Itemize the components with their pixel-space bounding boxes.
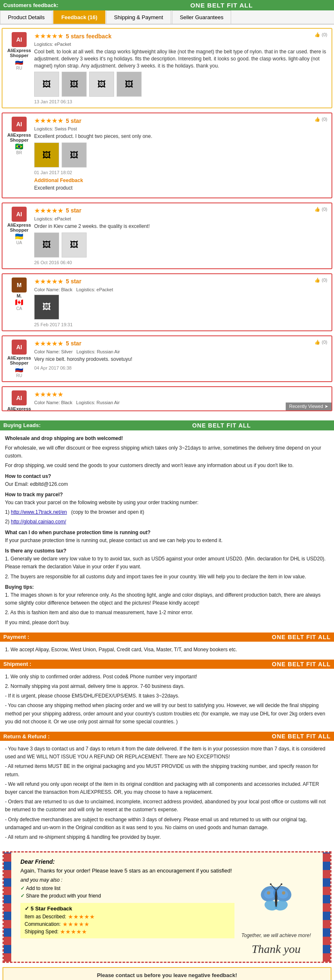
feedback-bar-label: Customers feedback:: [3, 2, 112, 8]
shipment-label: Shipment :: [3, 661, 31, 667]
tab-shipping[interactable]: Shipping & Payment: [106, 10, 171, 24]
shipment-header: Shipment : ONE BELT FIT ALL: [0, 660, 334, 669]
ty-checklist: Add to store list Share the product with…: [20, 885, 234, 899]
review-content-5: ★★★★★ 5 star Color Name: Silver Logistic…: [34, 340, 327, 370]
flag-3: 🇺🇦: [7, 232, 32, 240]
payment-header: Payment : ONE BELT FIT ALL: [0, 632, 334, 642]
avatar-4: M: [12, 278, 27, 292]
shipment-content: 1. We only ship to confirmed order addre…: [0, 669, 334, 732]
bl-track-header: How to track my parcel?: [5, 491, 329, 499]
bl-track-intro: You can track your parcel on the followi…: [5, 499, 329, 507]
shipment-line-1: 1. We only ship to confirmed order addre…: [5, 673, 329, 681]
bl-line-2: For wholesale, we will offer discount or…: [5, 444, 329, 460]
country-1: RU: [7, 66, 32, 70]
reviewer-name-3: AliExpressShopper: [7, 222, 32, 232]
review-card-1: AI AliExpressShopper 🇷🇺 RU ★★★★★ 5 stars…: [2, 28, 332, 108]
buying-leads-header: Buying Leads: ONE BELT FIT ALL: [0, 420, 334, 430]
ty-dear: Dear Friend:: [20, 858, 314, 865]
shipment-line-2: 2. Normally shipping via post airmail, d…: [5, 682, 329, 690]
ty-right: Together, we will achieve more! Thank yo…: [239, 877, 314, 956]
review-img-2b: 🖼: [62, 142, 87, 168]
thumbs-5[interactable]: 👍 (0): [314, 340, 327, 345]
flag-4: 🇨🇦: [7, 298, 32, 306]
tabs-bar: Product Details Feedback (16) Shipping &…: [0, 10, 334, 25]
stars-3: ★★★★★: [34, 207, 63, 215]
bottom-notice-text: Please contact us before you leave negat…: [97, 972, 237, 978]
ty-thankyou-text: Thank you: [239, 942, 314, 956]
review-text-3: Order in Kiev came 2 weeks. the quality …: [34, 223, 327, 230]
ty-highlight: ✓ 5 Star Feedback Item as Described: ★★★…: [20, 903, 234, 938]
flag-5: 🇷🇺: [7, 365, 32, 373]
bl-email: Our Email: edbltd@126.com: [5, 480, 329, 488]
thumbs-3[interactable]: 👍 (0): [314, 207, 327, 212]
country-4: CA: [7, 306, 32, 311]
review-images-1: 🖼 🖼 🖼 🖼: [34, 72, 327, 97]
thumbs-1[interactable]: 👍 (0): [314, 32, 327, 38]
review-text-5: Very nice belt. horoshy prodovets. sovet…: [34, 356, 327, 363]
avatar-6: AI: [12, 390, 27, 405]
bl-track-1: 1) http://www.17track.net/en (copy to th…: [5, 508, 329, 516]
review-img-1b: 🖼: [62, 72, 87, 97]
stars-6: ★★★★★: [34, 390, 63, 398]
ty-row: and you may also : Add to store list Sha…: [20, 877, 314, 956]
buying-leads-label: Buying Leads:: [3, 422, 112, 428]
review-content-4: ★★★★★ 5 star Color Name: Black Logistics…: [34, 278, 327, 327]
bl-track-2: 2) http://global.cainiao.com/: [5, 518, 329, 526]
return-line-4: - Orders that are returned to us due to …: [5, 798, 329, 814]
logistics-4: Color Name: Black Logistics: ePacket: [34, 287, 327, 292]
review-text-1: Cool belt. to look at all well. the clas…: [34, 48, 327, 69]
stars-1: ★★★★★: [34, 32, 63, 40]
review-text-2: Excellent product. I bought two pieces, …: [34, 133, 327, 140]
bottom-notice: Please contact us before you leave negat…: [2, 967, 332, 980]
review-img-3b: 🖼: [62, 232, 87, 258]
ty-together: Together, we will achieve more!: [239, 932, 314, 938]
ty-stars-3: ★★★★★: [60, 928, 87, 935]
star-label-2: 5 star: [66, 118, 81, 124]
review-images-3: 🖼 🖼: [34, 232, 327, 258]
reviewer-avatar-block-1: AI AliExpressShopper 🇷🇺 RU: [7, 32, 32, 70]
tab-product-details[interactable]: Product Details: [0, 10, 52, 24]
logistics-5: Color Name: Silver Logistics: Russian Ai…: [34, 349, 327, 354]
thank-you-card: Dear Friend: Again, Thanks for your orde…: [2, 851, 332, 963]
recently-viewed-button[interactable]: Recently Viewed ➤: [286, 402, 332, 410]
return-content: - You have 3 days to contact us and 7 da…: [0, 741, 334, 847]
butterfly-icon: [259, 881, 293, 919]
customers-feedback-bar: Customers feedback: ONE BELT FIT ALL: [0, 0, 334, 10]
thumbs-2[interactable]: 👍 (0): [314, 117, 327, 122]
review-img-2a: 🖼: [34, 142, 59, 168]
bl-customs-2: 2. The buyers are responsible for all cu…: [5, 573, 329, 581]
review-img-1a: 🖼: [34, 72, 59, 97]
reviewer-avatar-block-5: AI AliExpressShopper 🇷🇺 RU: [7, 340, 32, 378]
ty-thanks: Again, Thanks for your order! Please lea…: [20, 868, 314, 874]
thumbs-4[interactable]: 👍 (0): [314, 278, 327, 283]
stars-4: ★★★★★: [34, 278, 63, 285]
ty-checklist-2: Share the product with your friend: [20, 893, 234, 899]
tab-seller[interactable]: Seller Guarantees: [172, 10, 232, 24]
reviewer-name-2: AliExpressShopper: [7, 132, 32, 142]
stars-row-1: ★★★★★ 5 stars feedback: [34, 32, 327, 40]
bl-protection-text: If your purchase protection time is runn…: [5, 537, 329, 545]
track-link-1[interactable]: http://www.17track.net/en: [11, 509, 67, 515]
reviewer-avatar-block-3: AI AliExpressShopper 🇺🇦 UA: [7, 207, 32, 245]
track-link-2[interactable]: http://global.cainiao.com/: [11, 519, 66, 525]
stars-5: ★★★★★: [34, 340, 63, 348]
flag-2: 🇧🇷: [7, 142, 32, 150]
ty-highlight-label: ✓ 5 Star Feedback: [25, 905, 230, 912]
review-card-6: AI AliExpressShopper ★★★★★ Color Name: B…: [2, 386, 332, 411]
svg-point-6: [275, 890, 277, 907]
review-card-4: M M. 🇨🇦 CA ★★★★★ 5 star Color Name: Blac…: [2, 273, 332, 331]
additional-feedback-label-2: Additional Feedback: [34, 178, 327, 183]
buying-leads-content: Wholesale and drop shipping are both wel…: [0, 430, 334, 632]
review-img-1d: 🖼: [117, 72, 142, 97]
shipment-line-3: - If it is urgent, please choose EMS/DHL…: [5, 692, 329, 700]
buying-leads-title: ONE BELT FIT ALL: [112, 422, 331, 429]
svg-point-11: [267, 891, 270, 895]
shipment-title: ONE BELT FIT ALL: [272, 661, 331, 668]
review-content-1: ★★★★★ 5 stars feedback Logistics: ePacke…: [34, 32, 327, 104]
tab-feedback[interactable]: Feedback (16): [53, 10, 105, 24]
stars-row-5: ★★★★★ 5 star: [34, 340, 327, 348]
review-img-4a: 🖼: [34, 295, 59, 320]
bl-contact-header: How to contact us?: [5, 472, 329, 480]
return-line-3: - We will refund you only upon receipt o…: [5, 780, 329, 796]
ty-checklist-1: Add to store list: [20, 885, 234, 891]
